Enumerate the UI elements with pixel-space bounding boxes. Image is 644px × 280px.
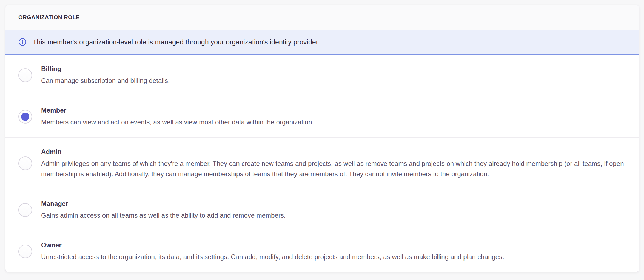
role-text: Owner Unrestricted access to the organiz… [41,241,504,262]
radio-button-billing[interactable] [18,68,32,82]
role-title: Owner [41,241,504,250]
role-text: Member Members can view and act on event… [41,106,314,127]
info-icon [18,38,27,46]
alert-text: This member's organization-level role is… [33,38,320,46]
radio-button-admin[interactable] [18,156,32,170]
panel-header: ORGANIZATION ROLE [5,5,639,30]
role-text: Billing Can manage subscription and bill… [41,65,170,86]
radio-button-member[interactable] [18,110,32,124]
role-text: Manager Gains admin access on all teams … [41,199,286,221]
organization-role-panel: ORGANIZATION ROLE This member's organiza… [5,5,639,272]
role-description: Unrestricted access to the organization,… [41,252,504,262]
role-option-member[interactable]: Member Members can view and act on event… [5,96,639,138]
role-option-admin[interactable]: Admin Admin privileges on any teams of w… [5,138,639,189]
role-title: Member [41,106,314,115]
role-option-owner[interactable]: Owner Unrestricted access to the organiz… [5,231,639,272]
role-text: Admin Admin privileges on any teams of w… [41,147,626,179]
radio-button-owner[interactable] [18,245,32,258]
role-title: Billing [41,65,170,73]
role-description: Gains admin access on all teams as well … [41,210,286,221]
role-title: Manager [41,199,286,208]
role-description: Members can view and act on events, as w… [41,117,314,127]
radio-button-manager[interactable] [18,203,32,217]
role-description: Admin privileges on any teams of which t… [41,158,626,179]
role-option-manager[interactable]: Manager Gains admin access on all teams … [5,189,639,231]
role-description: Can manage subscription and billing deta… [41,75,170,86]
idp-managed-alert: This member's organization-level role is… [5,30,639,55]
role-title: Admin [41,147,626,156]
role-option-billing[interactable]: Billing Can manage subscription and bill… [5,55,639,96]
